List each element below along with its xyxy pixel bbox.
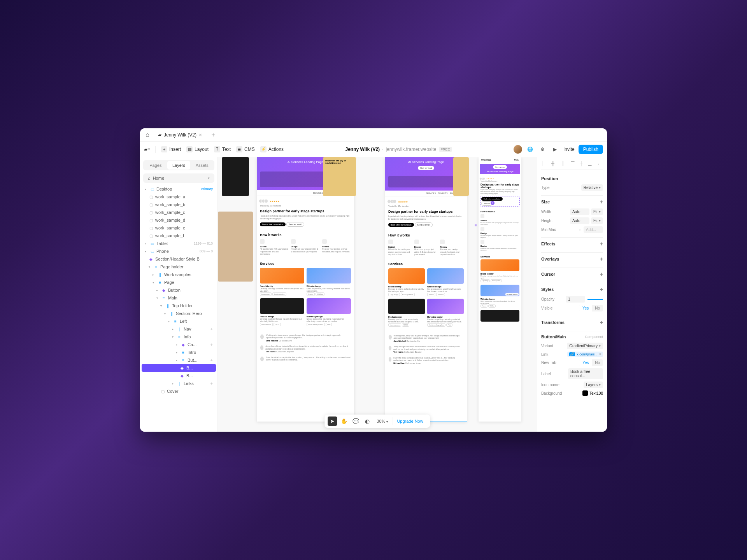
align-center-h-icon[interactable]: ╫ <box>550 160 556 166</box>
align-right-icon[interactable]: ▕ <box>558 160 565 166</box>
opacity-input[interactable]: 1 <box>566 296 585 303</box>
invite-button[interactable]: Invite <box>563 147 575 152</box>
layer-page-holder[interactable]: ▾≡Page holder <box>142 263 216 271</box>
position-type-select[interactable]: Relative▾ <box>581 184 603 191</box>
zoom-level[interactable]: 38% ▾ <box>374 419 390 424</box>
bg-swatch[interactable] <box>582 390 588 396</box>
project-url[interactable]: jennywilk.framer.website <box>386 147 436 152</box>
layer-desktop[interactable]: ▸▭DesktopPrimary <box>142 185 216 193</box>
artboard-tablet-2[interactable]: AI Services Landing PageView my work SER… <box>385 157 467 422</box>
new-tab-button[interactable]: + <box>209 131 217 138</box>
height-mode-select[interactable]: Fit▾ <box>591 217 603 224</box>
layer-button-1[interactable]: ▸◆Button <box>142 286 216 294</box>
left-panel: Pages Layers Assets ⌂ Home ▾ ▸▭DesktopPr… <box>140 157 218 432</box>
framer-logo-icon: ▰ <box>158 132 161 138</box>
layer-main[interactable]: ▾≡Main <box>142 294 216 302</box>
artboard-tablet-1[interactable]: AI Services Landing PageView my work SER… <box>257 157 354 422</box>
layer-work-samples[interactable]: ▸∥Work samples <box>142 271 216 278</box>
layer-left[interactable]: ▾≡Left <box>142 317 216 325</box>
layer-page[interactable]: ▾≡Page <box>142 278 216 286</box>
layer-b-selected[interactable]: ◆B... <box>142 364 216 372</box>
layer-ws-e[interactable]: ▢work_sample_e <box>142 224 216 232</box>
layer-b-2[interactable]: ◆B... <box>142 372 216 380</box>
pointer-tool[interactable]: ➤ <box>328 416 337 426</box>
tab-title: Jenny Wilk (V2) <box>164 132 196 138</box>
tab-pages[interactable]: Pages <box>144 161 167 170</box>
layer-nav[interactable]: ▸∥Nav+ <box>142 325 216 333</box>
align-top-icon[interactable]: ▔ <box>570 160 576 166</box>
play-icon[interactable]: ▶ <box>551 145 559 154</box>
minmax-input[interactable]: Add... <box>584 226 603 233</box>
layer-top-holder[interactable]: ▾∥Top Holder <box>142 302 216 310</box>
close-icon[interactable]: × <box>199 132 202 138</box>
tab-active[interactable]: ▰ Jenny Wilk (V2) × <box>154 128 206 141</box>
newtab-toggle[interactable]: YesNo <box>579 359 603 366</box>
width-mode-select[interactable]: Fit▾ <box>591 208 603 215</box>
app-window: ⌂ ▰ Jenny Wilk (V2) × + ▰▾ ＋Insert ▦Layo… <box>140 128 607 432</box>
icon-name-select[interactable]: Layers▾ <box>584 382 603 388</box>
distribute-icon[interactable]: ⋮ <box>595 160 601 166</box>
insert-button[interactable]: ＋Insert <box>161 146 181 152</box>
layer-section-header[interactable]: ◆Section/Header Style B <box>142 255 216 263</box>
layer-ws-c[interactable]: ▢work_sample_c <box>142 208 216 216</box>
layer-cover[interactable]: ▢Cover <box>142 387 216 395</box>
height-input[interactable]: Auto <box>570 217 589 224</box>
layer-links[interactable]: ▸∥Links+ <box>142 380 216 387</box>
actions-button[interactable]: ⚡Actions <box>260 146 284 152</box>
tab-assets[interactable]: Assets <box>190 161 214 170</box>
toolbar: ▰▾ ＋Insert ▦Layout TText ≣CMS ⚡Actions J… <box>140 142 607 157</box>
visible-toggle[interactable]: YesNo <box>579 305 603 312</box>
layer-phone[interactable]: ▾▭Phone809 — 0 <box>142 247 216 255</box>
canvas[interactable]: AI Services Landing PageView my work SER… <box>218 157 537 432</box>
panel-tabs: Pages Layers Assets <box>143 160 214 170</box>
globe-icon[interactable]: 🌐 <box>526 145 535 154</box>
user-avatar[interactable] <box>514 145 522 154</box>
layer-info[interactable]: ▾≡Info <box>142 333 216 341</box>
stack-indicator-icon: ≡ <box>475 223 477 228</box>
link-input[interactable]: 🔗x.com/prais...× <box>567 352 603 357</box>
cms-button[interactable]: ≣CMS <box>236 146 255 152</box>
bolt-icon: ⚡ <box>260 146 267 152</box>
size-add-icon[interactable]: + <box>600 199 603 205</box>
publish-button[interactable]: Publish <box>579 145 603 154</box>
effects-add-icon[interactable]: + <box>600 241 603 247</box>
layer-ws-d[interactable]: ▢work_sample_d <box>142 216 216 224</box>
home-row[interactable]: ⌂ Home ▾ <box>143 173 214 183</box>
upgrade-button[interactable]: Upgrade Now <box>393 417 427 425</box>
app-menu-button[interactable]: ▰▾ <box>144 147 150 152</box>
layer-intro[interactable]: ▸≡Intro <box>142 348 216 356</box>
tab-layers[interactable]: Layers <box>167 161 191 170</box>
cursor-add-icon[interactable]: + <box>600 271 603 277</box>
overlays-add-icon[interactable]: + <box>600 256 603 262</box>
comment-tool[interactable]: 💬 <box>351 416 360 426</box>
align-bottom-icon[interactable]: ▁ <box>587 160 593 166</box>
home-icon[interactable]: ⌂ <box>144 131 151 138</box>
align-center-v-icon[interactable]: ╪ <box>578 160 584 166</box>
selection-handle[interactable]: ✦ <box>491 201 494 205</box>
styles-add-icon[interactable]: + <box>600 286 603 292</box>
transforms-add-icon[interactable]: + <box>600 319 603 326</box>
chevron-down-icon: ▾ <box>208 176 210 180</box>
layout-icon: ▦ <box>186 146 193 152</box>
layer-ws-f[interactable]: ▢work_sample_f <box>142 232 216 240</box>
text-button[interactable]: TText <box>214 146 231 152</box>
variant-select[interactable]: GradientPrimary▾ <box>567 343 603 349</box>
dark-mode-toggle[interactable]: ◐ <box>363 416 372 426</box>
layer-section-hero[interactable]: ▾∥Section: Hero <box>142 310 216 317</box>
gear-icon[interactable]: ⚙ <box>538 145 547 154</box>
bottom-toolbar: ➤ ✋ 💬 ◐ 38% ▾ Upgrade Now <box>324 415 430 428</box>
align-left-icon[interactable]: ▏ <box>541 160 547 166</box>
right-panel: ▏ ╫ ▕ ▔ ╪ ▁ ⋮ Position TypeRelative▾ Siz… <box>537 157 607 432</box>
artboard-phone[interactable]: Mynx RossMenu View my workAI Services La… <box>479 157 521 422</box>
free-badge: FREE <box>439 147 452 152</box>
layer-but[interactable]: ▾≡But...+ <box>142 356 216 364</box>
layer-tablet[interactable]: ▸▭Tablet1199 — 810 <box>142 240 216 247</box>
layout-button[interactable]: ▦Layout <box>186 146 209 152</box>
layer-ws-b[interactable]: ▢work_sample_b <box>142 201 216 208</box>
layer-ca[interactable]: ▸◆Ca...+ <box>142 341 216 348</box>
width-input[interactable]: Auto <box>570 208 589 215</box>
hand-tool[interactable]: ✋ <box>339 416 349 426</box>
label-input[interactable]: Book a free consul... <box>568 368 603 379</box>
layer-ws-a[interactable]: ▢work_sample_a <box>142 193 216 201</box>
align-tools: ▏ ╫ ▕ ▔ ╪ ▁ ⋮ <box>541 160 603 170</box>
